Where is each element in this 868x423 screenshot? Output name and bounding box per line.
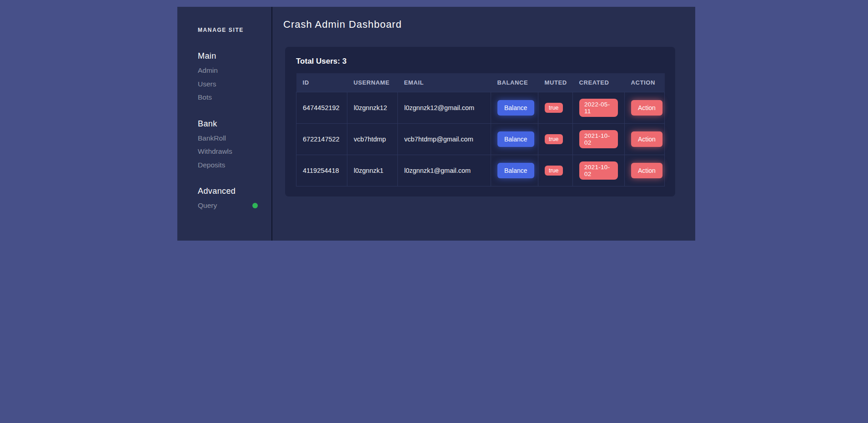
balance-cell: Balance xyxy=(491,92,538,124)
action-button[interactable]: Action xyxy=(631,100,662,116)
muted-cell: true xyxy=(538,92,573,124)
created-cell: 2022-05-11 xyxy=(573,92,625,124)
username-cell: vcb7htdmp xyxy=(347,124,398,155)
sidebar-heading-bank: Bank xyxy=(198,120,258,128)
sidebar-item-withdrawls[interactable]: Withdrawls xyxy=(198,148,258,155)
balance-cell: Balance xyxy=(491,124,538,155)
muted-cell: true xyxy=(538,124,573,155)
column-header-email: EMAIL xyxy=(398,73,491,92)
column-header-id: ID xyxy=(296,73,347,92)
user-id-cell: 4119254418 xyxy=(296,155,347,186)
sidebar-section-bank: Bank BankRoll Withdrawls Deposits xyxy=(198,120,258,169)
online-status-dot-icon xyxy=(252,203,258,208)
created-date-badge: 2022-05-11 xyxy=(579,99,618,117)
sidebar-item-query[interactable]: Query xyxy=(198,202,258,209)
sidebar-heading-main: Main xyxy=(198,52,258,60)
page-title: Crash Admin Dashboard xyxy=(283,20,695,30)
sidebar-item-label: Admin xyxy=(198,67,218,74)
sidebar-item-label: Withdrawls xyxy=(198,148,232,155)
sidebar-heading-advanced: Advanced xyxy=(198,187,258,195)
email-cell: l0zgnnzk12@gmail.com xyxy=(398,92,491,124)
table-header-row: ID USERNAME EMAIL BALANCE MUTED CREATED … xyxy=(296,73,665,92)
balance-button[interactable]: Balance xyxy=(497,163,534,178)
sidebar-item-label: Bots xyxy=(198,94,212,101)
created-cell: 2021-10-02 xyxy=(573,155,625,186)
created-date-badge: 2021-10-02 xyxy=(579,161,618,180)
sidebar-item-bots[interactable]: Bots xyxy=(198,94,258,101)
sidebar-item-label: BankRoll xyxy=(198,135,226,142)
column-header-balance: BALANCE xyxy=(491,73,538,92)
main-content: Crash Admin Dashboard Total Users: 3 ID … xyxy=(272,7,695,241)
column-header-created: CREATED xyxy=(573,73,625,92)
sidebar-section-advanced: Advanced Query xyxy=(198,187,258,209)
sidebar-brand: MANAGE SITE xyxy=(198,27,258,33)
table-row: 6474452192 l0zgnnzk12 l0zgnnzk12@gmail.c… xyxy=(296,92,665,124)
sidebar-section-main: Main Admin Users Bots xyxy=(198,52,258,101)
balance-button[interactable]: Balance xyxy=(497,100,534,116)
table-row: 4119254418 l0zgnnzk1 l0zgnnzk1@gmail.com… xyxy=(296,155,665,186)
created-date-badge: 2021-10-02 xyxy=(579,130,618,148)
total-users-summary: Total Users: 3 xyxy=(296,57,664,66)
email-cell: l0zgnnzk1@gmail.com xyxy=(398,155,491,186)
sidebar-item-bankroll[interactable]: BankRoll xyxy=(198,135,258,142)
column-header-action: ACTION xyxy=(625,73,665,92)
sidebar-item-label: Users xyxy=(198,81,216,88)
sidebar-item-label: Query xyxy=(198,202,217,209)
action-button[interactable]: Action xyxy=(631,163,662,178)
column-header-muted: MUTED xyxy=(538,73,573,92)
sidebar-item-users[interactable]: Users xyxy=(198,81,258,88)
muted-badge: true xyxy=(545,103,563,113)
table-row: 6722147522 vcb7htdmp vcb7htdmp@gmail.com… xyxy=(296,124,665,155)
action-cell: Action xyxy=(625,155,665,186)
user-id-cell: 6722147522 xyxy=(296,124,347,155)
sidebar-item-admin[interactable]: Admin xyxy=(198,67,258,74)
muted-cell: true xyxy=(538,155,573,186)
created-cell: 2021-10-02 xyxy=(573,124,625,155)
balance-cell: Balance xyxy=(491,155,538,186)
app-window: MANAGE SITE Main Admin Users Bots Bank B… xyxy=(177,7,695,241)
action-button[interactable]: Action xyxy=(631,131,662,147)
sidebar: MANAGE SITE Main Admin Users Bots Bank B… xyxy=(177,7,272,241)
users-card: Total Users: 3 ID USERNAME EMAIL BALANCE… xyxy=(285,47,675,196)
balance-button[interactable]: Balance xyxy=(497,131,534,147)
users-table: ID USERNAME EMAIL BALANCE MUTED CREATED … xyxy=(296,73,665,186)
column-header-username: USERNAME xyxy=(347,73,398,92)
email-cell: vcb7htdmp@gmail.com xyxy=(398,124,491,155)
muted-badge: true xyxy=(545,166,563,176)
user-id-cell: 6474452192 xyxy=(296,92,347,124)
action-cell: Action xyxy=(625,124,665,155)
username-cell: l0zgnnzk1 xyxy=(347,155,398,186)
username-cell: l0zgnnzk12 xyxy=(347,92,398,124)
muted-badge: true xyxy=(545,134,563,144)
sidebar-item-deposits[interactable]: Deposits xyxy=(198,161,258,169)
action-cell: Action xyxy=(625,92,665,124)
sidebar-item-label: Deposits xyxy=(198,161,225,169)
